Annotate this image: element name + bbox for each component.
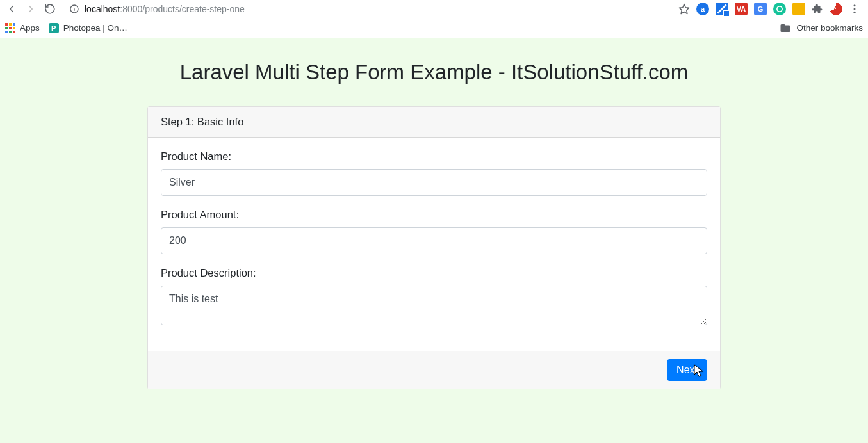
address-bar[interactable]: localhost:8000/products/create-step-one: [63, 1, 672, 17]
photopea-icon: P: [49, 23, 59, 33]
chrome-menu-button[interactable]: [849, 3, 860, 15]
separator: [774, 22, 774, 35]
bookmark-star-icon[interactable]: [678, 3, 690, 15]
label-product-amount: Product Amount:: [161, 209, 707, 221]
bookmark-label: Other bookmarks: [796, 23, 863, 33]
extension-icon[interactable]: a: [696, 3, 709, 15]
textarea-product-description[interactable]: [161, 286, 707, 325]
field-product-name: Product Name:: [161, 150, 707, 196]
bookmark-label: Photopea | On…: [63, 23, 127, 33]
extension-icon[interactable]: [773, 3, 786, 15]
card-footer: Next: [148, 351, 720, 389]
bookmark-apps[interactable]: Apps: [5, 23, 40, 33]
browser-chrome: localhost:8000/products/create-step-one …: [0, 0, 868, 38]
svg-marker-3: [680, 4, 689, 14]
page-title: Laravel Multi Step Form Example - ItSolu…: [147, 60, 721, 85]
back-button[interactable]: [5, 3, 18, 15]
bookmark-photopea[interactable]: P Photopea | On…: [49, 23, 127, 33]
bookmark-label: Apps: [20, 23, 40, 33]
extension-icon[interactable]: G: [754, 3, 767, 15]
svg-point-7: [854, 12, 856, 13]
extensions-row: a VA G A: [696, 3, 863, 15]
next-button[interactable]: Next: [667, 359, 707, 381]
svg-point-6: [854, 8, 856, 10]
card-header: Step 1: Basic Info: [148, 107, 720, 138]
site-info-icon[interactable]: [69, 4, 79, 14]
apps-grid-icon: [5, 23, 15, 33]
forward-button[interactable]: [24, 3, 37, 15]
bookmark-other[interactable]: Other bookmarks: [780, 22, 863, 34]
field-product-amount: Product Amount:: [161, 209, 707, 254]
page-viewport: Laravel Multi Step Form Example - ItSolu…: [0, 38, 868, 443]
extensions-button[interactable]: [812, 3, 823, 15]
form-card: Step 1: Basic Info Product Name: Product…: [147, 106, 721, 389]
label-product-description: Product Description:: [161, 267, 707, 279]
svg-point-5: [854, 4, 856, 6]
extension-icon[interactable]: VA: [735, 3, 748, 15]
card-body: Product Name: Product Amount: Product De…: [148, 138, 720, 351]
profile-avatar[interactable]: A: [830, 3, 842, 15]
browser-toolbar: localhost:8000/products/create-step-one …: [0, 0, 868, 18]
extension-icon[interactable]: [716, 3, 728, 15]
url-text: localhost:8000/products/create-step-one: [85, 4, 245, 14]
input-product-name[interactable]: [161, 169, 707, 196]
extension-icon[interactable]: [792, 3, 805, 15]
input-product-amount[interactable]: [161, 227, 707, 254]
field-product-description: Product Description:: [161, 267, 707, 328]
svg-point-4: [777, 6, 782, 12]
label-product-name: Product Name:: [161, 150, 707, 163]
reload-button[interactable]: [44, 3, 56, 15]
bookmarks-bar: Apps P Photopea | On… Other bookmarks: [0, 18, 868, 38]
folder-icon: [780, 22, 791, 34]
